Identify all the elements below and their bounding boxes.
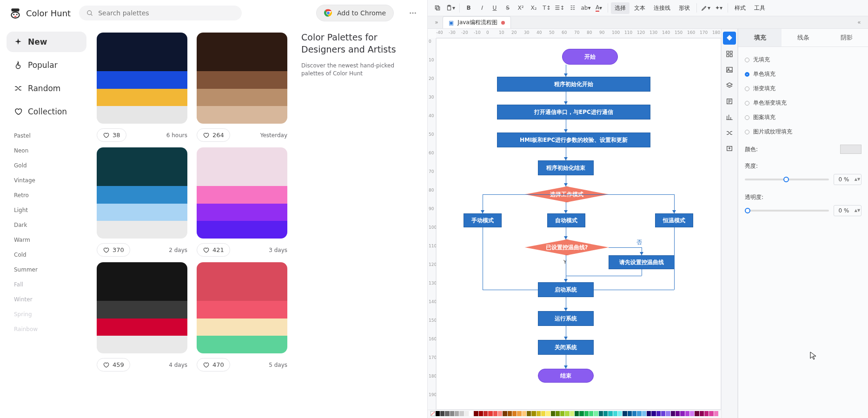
palette-card[interactable]: 264Yesterday <box>197 29 287 142</box>
color-swatch[interactable] <box>840 145 861 154</box>
color-chip[interactable] <box>512 411 517 416</box>
text-mode-button[interactable]: 文本 <box>630 2 649 14</box>
superscript-icon[interactable]: X² <box>515 2 527 14</box>
node-set-curve[interactable]: 请先设置控温曲线 <box>609 255 675 269</box>
canvas[interactable]: 开始 程序初始化开始 打开通信串口，与EPC进行通信 HMI板和EPC进行参数的… <box>436 38 721 410</box>
rail-export-icon[interactable] <box>723 142 736 155</box>
palette-card[interactable]: 4594 days <box>97 259 187 372</box>
connector-mode-button[interactable]: 连接线 <box>650 2 674 14</box>
palette-swatch[interactable] <box>197 262 287 353</box>
color-chip[interactable] <box>436 411 440 416</box>
color-chip[interactable] <box>623 411 627 416</box>
like-button[interactable]: 459 <box>97 358 130 372</box>
color-chip[interactable] <box>656 411 661 416</box>
radio-pattern-fill[interactable]: 图案填充 <box>745 110 861 125</box>
sidebar-tag-warm[interactable]: Warm <box>9 232 84 247</box>
color-chip[interactable] <box>700 411 704 416</box>
color-chip[interactable] <box>613 411 617 416</box>
sidebar-tag-light[interactable]: Light <box>9 203 84 218</box>
color-chip[interactable] <box>709 411 713 416</box>
color-chip[interactable] <box>459 411 464 416</box>
like-button[interactable]: 370 <box>97 243 130 257</box>
panel-tab-fill[interactable]: 填充 <box>738 29 782 46</box>
color-chip[interactable] <box>570 411 574 416</box>
node-const[interactable]: 恒温模式 <box>655 213 693 227</box>
color-chip[interactable] <box>632 411 636 416</box>
color-chip[interactable] <box>594 411 598 416</box>
underline-icon[interactable]: U <box>489 2 501 14</box>
sparkle-icon[interactable]: ✦▾ <box>713 2 725 14</box>
rail-style-icon[interactable] <box>723 32 736 45</box>
color-chip[interactable] <box>642 411 646 416</box>
opacity-value-box[interactable]: 0 %▲▼ <box>834 205 861 216</box>
color-chip[interactable] <box>651 411 656 416</box>
color-chip[interactable] <box>551 411 555 416</box>
color-chip[interactable] <box>579 411 583 416</box>
color-chip[interactable] <box>445 411 449 416</box>
style-button[interactable]: 样式 <box>731 2 749 14</box>
add-to-chrome-button[interactable]: Add to Chrome <box>316 5 394 21</box>
color-chip[interactable] <box>546 411 550 416</box>
sidebar-tag-fall[interactable]: Fall <box>9 277 84 292</box>
color-chip[interactable] <box>455 411 459 416</box>
color-chip[interactable] <box>666 411 670 416</box>
color-chip[interactable] <box>479 411 483 416</box>
search-input[interactable] <box>98 9 234 17</box>
brightness-slider[interactable] <box>745 179 829 180</box>
sidebar-tag-gold[interactable]: Gold <box>9 158 84 173</box>
node-auto[interactable]: 自动模式 <box>547 213 585 227</box>
highlight-icon[interactable]: ab▾ <box>580 2 592 14</box>
node-run-sys[interactable]: 运行系统 <box>538 311 594 326</box>
select-mode-button[interactable]: 选择 <box>611 2 629 14</box>
node-start[interactable]: 开始 <box>562 49 618 65</box>
brightness-value-box[interactable]: 0 %▲▼ <box>834 174 861 185</box>
pen-icon[interactable]: ▾ <box>700 2 712 14</box>
collapse-tabs-icon[interactable]: » <box>431 19 443 26</box>
strike-icon[interactable]: S <box>502 2 514 14</box>
rail-grid-icon[interactable] <box>723 47 736 60</box>
subscript-icon[interactable]: X₂ <box>528 2 540 14</box>
sidebar-tag-pastel[interactable]: Pastel <box>9 128 84 143</box>
color-chip[interactable] <box>565 411 569 416</box>
palette-card[interactable]: 4213 days <box>197 144 287 257</box>
color-chip[interactable] <box>464 411 469 416</box>
sidebar-tag-retro[interactable]: Retro <box>9 188 84 203</box>
palette-swatch[interactable] <box>97 33 187 124</box>
color-chip[interactable] <box>695 411 699 416</box>
color-chip[interactable] <box>628 411 632 416</box>
color-chip[interactable] <box>618 411 622 416</box>
color-chip[interactable] <box>531 411 536 416</box>
color-chip[interactable] <box>537 411 541 416</box>
sidebar-tag-cold[interactable]: Cold <box>9 247 84 262</box>
color-chip[interactable] <box>704 411 709 416</box>
color-chip[interactable] <box>541 411 545 416</box>
color-chip[interactable] <box>685 411 689 416</box>
node-close-sys[interactable]: 关闭系统 <box>538 340 594 355</box>
node-start-sys[interactable]: 启动系统 <box>538 282 594 297</box>
color-chip[interactable] <box>560 411 564 416</box>
color-chip[interactable] <box>527 411 531 416</box>
expand-panel-icon[interactable]: « <box>853 19 865 26</box>
color-chip[interactable] <box>493 411 497 416</box>
rail-shuffle-icon[interactable] <box>723 126 736 139</box>
palette-swatch[interactable] <box>197 33 287 124</box>
sidebar-tag-vintage[interactable]: Vintage <box>9 173 84 188</box>
node-init-begin[interactable]: 程序初始化开始 <box>497 77 650 92</box>
color-chip[interactable] <box>680 411 684 416</box>
sidebar-item-collection[interactable]: Collection <box>7 101 86 122</box>
rail-text-icon[interactable] <box>723 95 736 108</box>
color-chip[interactable] <box>637 411 641 416</box>
copy-icon[interactable] <box>431 2 444 14</box>
document-tab[interactable]: ▣ Java编程流程图 <box>443 16 511 28</box>
sidebar-tag-spring[interactable]: Spring <box>9 307 84 322</box>
like-button[interactable]: 421 <box>197 243 230 257</box>
like-button[interactable]: 470 <box>197 358 230 372</box>
sidebar-tag-summer[interactable]: Summer <box>9 262 84 277</box>
panel-tab-line[interactable]: 线条 <box>782 29 825 46</box>
color-chip[interactable] <box>474 411 478 416</box>
palette-swatch[interactable] <box>197 147 287 239</box>
rail-layers-icon[interactable] <box>723 79 736 92</box>
node-manual[interactable]: 手动模式 <box>464 213 502 227</box>
node-open-port[interactable]: 打开通信串口，与EPC进行通信 <box>497 105 650 119</box>
color-picker-strip[interactable] <box>428 410 721 418</box>
